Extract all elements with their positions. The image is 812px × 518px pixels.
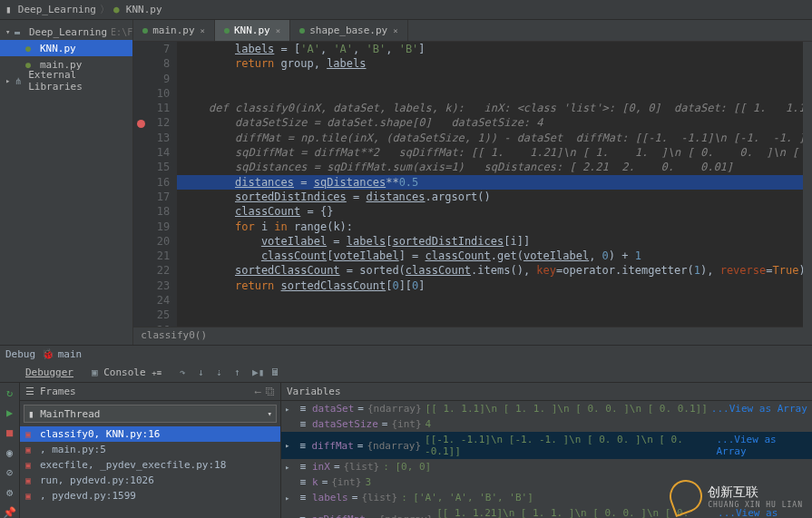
watermark-logo: 创新互联 CHUANG XIN HU LIAN	[670, 480, 803, 513]
tab-main[interactable]: main.py×	[133, 20, 215, 41]
logo-text: 创新互联	[708, 484, 803, 501]
logo-subtext: CHUANG XIN HU LIAN	[708, 501, 803, 509]
file-label: KNN.py	[40, 43, 76, 54]
variable-row[interactable]: ▸≡ dataSet = {ndarray} [[ 1. 1.1]\n [ 1.…	[281, 401, 812, 416]
tab-console[interactable]: ▣ Console +≡	[86, 365, 167, 380]
tab-debugger[interactable]: Debugger	[20, 365, 79, 380]
variable-row[interactable]: ▸≡ inX = {list} : [0, 0]	[281, 459, 812, 474]
close-icon[interactable]: ×	[276, 26, 280, 35]
debug-title: Debug	[5, 348, 35, 360]
close-icon[interactable]: ×	[201, 26, 205, 35]
step-out-icon[interactable]: ↑	[234, 367, 247, 379]
editor-pane: main.py× KNN.py× shape_base.py× 78910111…	[133, 20, 812, 345]
current-file[interactable]: KNN.py	[126, 4, 162, 15]
folder-icon: ▮	[5, 4, 12, 15]
project-root[interactable]: ▾▬ Deep_Learning E:\F	[0, 24, 132, 40]
breadcrumb-bar: ▮ Deep_Learning 〉 ● KNN.py	[0, 0, 812, 20]
root-path: E:\F	[111, 27, 132, 37]
variables-title: Variables	[281, 383, 812, 401]
view-as-array-link[interactable]: ...View as Array	[711, 403, 807, 415]
thread-selector[interactable]: ▮ MainThread▾	[24, 405, 277, 423]
mute-breakpoints-icon[interactable]: ⊘	[6, 466, 13, 479]
stop-icon[interactable]: ■	[6, 426, 13, 439]
project-name[interactable]: Deep_Learning	[18, 4, 96, 15]
step-over-icon[interactable]: ↷	[180, 367, 192, 379]
variable-row[interactable]: ▸≡ diffMat = {ndarray} [[-1. -1.1]\n [-1…	[281, 432, 812, 459]
ext-label: External Libraries	[28, 69, 132, 93]
view-breakpoints-icon[interactable]: ◉	[6, 446, 13, 459]
stack-frame[interactable]: ▣, main.py:5	[20, 442, 280, 457]
close-icon[interactable]: ×	[393, 26, 397, 35]
debugger-tabstrip: Debugger ▣ Console +≡ ↷ ↓ ⇣ ↑ ▶▮ 🖩	[0, 363, 812, 383]
variable-row[interactable]: ≡ dataSetSize = {int} 4	[281, 416, 812, 432]
code-breadcrumb[interactable]: classify0()	[133, 327, 812, 345]
view-as-array-link[interactable]: ...View as Array	[716, 434, 808, 457]
file-knn[interactable]: ●KNN.py	[0, 40, 132, 56]
stack-frame[interactable]: ▣run, pydevd.py:1026	[20, 473, 280, 488]
code-area[interactable]: labels = ['A', 'A', 'B', 'B'] return gro…	[177, 42, 812, 327]
step-controls: ↷ ↓ ⇣ ↑ ▶▮ 🖩	[180, 367, 283, 379]
line-gutter[interactable]: 7891011121314151617181920212223242526	[133, 42, 177, 327]
restore-icon[interactable]: ⟵ ⿻	[255, 386, 275, 396]
stack-frame[interactable]: ▣classify0, KNN.py:16	[20, 426, 280, 442]
settings-icon[interactable]: ⚙	[6, 486, 13, 499]
bug-icon: 🐞	[42, 348, 54, 360]
frames-pane: ☰Frames⟵ ⿻ ▮ MainThread▾ ▣classify0, KNN…	[20, 383, 281, 518]
python-icon: ●	[113, 4, 120, 15]
pin-icon[interactable]: 📌	[3, 506, 16, 518]
root-label: Deep_Learning	[29, 26, 107, 38]
stack-frame[interactable]: ▣execfile, _pydev_execfile.py:18	[20, 457, 280, 473]
run-to-cursor-icon[interactable]: ▶▮	[252, 367, 265, 379]
logo-icon	[665, 475, 707, 517]
resume-icon[interactable]: ▶	[6, 406, 13, 419]
minimap-scrollbar[interactable]	[803, 42, 812, 343]
project-tree[interactable]: ▾▬ Deep_Learning E:\F ●KNN.py ●main.py ▸…	[0, 20, 133, 345]
stack-frame[interactable]: ▣, pydevd.py:1599	[20, 488, 280, 503]
evaluate-icon[interactable]: 🖩	[270, 367, 283, 379]
step-into-icon[interactable]: ↓	[198, 367, 210, 379]
external-libraries[interactable]: ▸⋔ External Libraries	[0, 73, 132, 89]
rerun-icon[interactable]: ↻	[6, 386, 13, 399]
step-into-my-icon[interactable]: ⇣	[216, 367, 229, 379]
frames-title: ☰Frames⟵ ⿻	[20, 383, 280, 401]
editor-tabs: main.py× KNN.py× shape_base.py×	[133, 20, 812, 42]
tab-knn[interactable]: KNN.py×	[215, 20, 290, 41]
debug-side-toolbar: ↻ ▶ ■ ◉ ⊘ ⚙ 📌	[0, 383, 20, 518]
debug-tool-window-header[interactable]: Debug 🐞 main	[0, 345, 812, 363]
tab-shape-base[interactable]: shape_base.py×	[290, 20, 408, 41]
run-config-name: main	[58, 348, 83, 360]
